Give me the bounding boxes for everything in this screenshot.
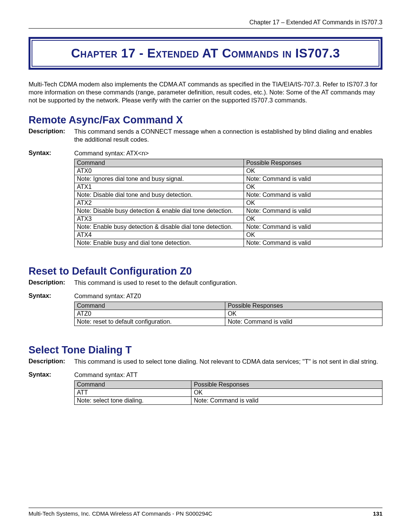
table-row: ATTOK (75, 389, 382, 397)
cell-command: Note: select tone dialing. (75, 397, 191, 405)
col-header-command: Command (75, 381, 191, 389)
section-title: Reset to Default Configuration Z0 (29, 265, 382, 277)
section-title: Select Tone Dialing T (29, 344, 382, 356)
cell-response: Note: Command is valid (244, 191, 382, 199)
syntax-label: Syntax: (29, 292, 74, 300)
syntax-text: Command syntax: ATZ0 (74, 292, 382, 300)
footer-rule (29, 508, 382, 508)
command-table: CommandPossible ResponsesATZ0OKNote: res… (74, 302, 382, 326)
command-table: CommandPossible ResponsesATX0OKNote: Ign… (74, 159, 382, 247)
col-header-command: Command (75, 302, 225, 310)
chapter-title: Chapter 17 - Extended AT Commands in IS7… (39, 46, 372, 61)
description-text: This command is used to reset to the def… (74, 279, 382, 287)
cell-command: ATX0 (75, 167, 244, 175)
table-row: ATX3OK (75, 215, 382, 223)
cell-response: OK (225, 310, 382, 318)
footer-row: Multi-Tech Systems, Inc. CDMA Wireless A… (29, 510, 382, 517)
section-title: Remote Async/Fax Command X (29, 114, 382, 126)
table-row: Note: select tone dialing.Note: Command … (75, 397, 382, 405)
running-header: Chapter 17 – Extended AT Commands in IS7… (29, 19, 382, 26)
syntax-label: Syntax: (29, 149, 74, 157)
cell-command: ATX4 (75, 231, 244, 239)
col-header-responses: Possible Responses (244, 159, 382, 167)
table-row: ATX0OK (75, 167, 382, 175)
cell-response: Note: Command is valid (244, 175, 382, 183)
chapter-banner: Chapter 17 - Extended AT Commands in IS7… (29, 37, 382, 70)
cell-response: Note: Command is valid (225, 318, 382, 326)
command-table: CommandPossible ResponsesATTOKNote: sele… (74, 380, 382, 405)
cell-command: Note: reset to default configuration. (75, 318, 225, 326)
cell-response: Note: Command is valid (191, 397, 382, 405)
description-text: This command is used to select tone dial… (74, 358, 382, 366)
command-section: Remote Async/Fax Command XDescription:Th… (29, 114, 382, 247)
cell-command: ATX3 (75, 215, 244, 223)
description-row: Description:This command is used to sele… (29, 358, 382, 366)
page-footer: Multi-Tech Systems, Inc. CDMA Wireless A… (29, 508, 382, 517)
table-header-row: CommandPossible Responses (75, 381, 382, 389)
cell-response: Note: Command is valid (244, 207, 382, 215)
syntax-row: Syntax:Command syntax: ATZ0 (29, 292, 382, 300)
cell-response: Note: Command is valid (244, 239, 382, 247)
table-row: ATZ0OK (75, 310, 382, 318)
description-row: Description:This command sends a CONNECT… (29, 128, 382, 144)
col-header-responses: Possible Responses (191, 381, 382, 389)
syntax-row: Syntax:Command syntax: ATX<n> (29, 149, 382, 157)
table-row: Note: Ignores dial tone and busy signal.… (75, 175, 382, 183)
col-header-command: Command (75, 159, 244, 167)
table-row: ATX2OK (75, 199, 382, 207)
cell-response: OK (244, 199, 382, 207)
cell-response: Note: Command is valid (244, 223, 382, 231)
cell-command: ATX2 (75, 199, 244, 207)
cell-response: OK (244, 183, 382, 191)
col-header-responses: Possible Responses (225, 302, 382, 310)
table-row: Note: Enable busy and dial tone detectio… (75, 239, 382, 247)
description-text: This command sends a CONNECT message whe… (74, 128, 382, 144)
sections-container: Remote Async/Fax Command XDescription:Th… (29, 114, 382, 405)
syntax-text: Command syntax: ATT (74, 371, 382, 379)
table-header-row: CommandPossible Responses (75, 302, 382, 310)
cell-command: Note: Disable dial tone and busy detecti… (75, 191, 244, 199)
cell-command: ATT (75, 389, 191, 397)
description-label: Description: (29, 279, 74, 287)
table-row: ATX1OK (75, 183, 382, 191)
cell-response: OK (244, 215, 382, 223)
page: Chapter 17 – Extended AT Commands in IS7… (0, 0, 411, 532)
cell-response: OK (244, 231, 382, 239)
cell-command: Note: Enable busy and dial tone detectio… (75, 239, 244, 247)
cell-response: OK (244, 167, 382, 175)
cell-response: OK (191, 389, 382, 397)
cell-command: ATZ0 (75, 310, 225, 318)
chapter-banner-inner: Chapter 17 - Extended AT Commands in IS7… (32, 40, 379, 67)
syntax-label: Syntax: (29, 371, 74, 379)
intro-paragraph: Multi-Tech CDMA modem also implements th… (29, 80, 382, 104)
cell-command: Note: Ignores dial tone and busy signal. (75, 175, 244, 183)
command-section: Select Tone Dialing TDescription:This co… (29, 344, 382, 405)
table-row: Note: Disable busy detection & enable di… (75, 207, 382, 215)
table-row: Note: Enable busy detection & disable di… (75, 223, 382, 231)
description-row: Description:This command is used to rese… (29, 279, 382, 287)
header-rule (29, 28, 382, 29)
description-label: Description: (29, 128, 74, 144)
description-label: Description: (29, 358, 74, 366)
syntax-row: Syntax:Command syntax: ATT (29, 371, 382, 379)
syntax-text: Command syntax: ATX<n> (74, 149, 382, 157)
table-row: ATX4OK (75, 231, 382, 239)
cell-command: ATX1 (75, 183, 244, 191)
cell-command: Note: Disable busy detection & enable di… (75, 207, 244, 215)
cell-command: Note: Enable busy detection & disable di… (75, 223, 244, 231)
footer-left: Multi-Tech Systems, Inc. CDMA Wireless A… (29, 510, 212, 517)
table-row: Note: reset to default configuration.Not… (75, 318, 382, 326)
page-number: 131 (373, 510, 382, 517)
command-section: Reset to Default Configuration Z0Descrip… (29, 265, 382, 326)
table-row: Note: Disable dial tone and busy detecti… (75, 191, 382, 199)
table-header-row: CommandPossible Responses (75, 159, 382, 167)
